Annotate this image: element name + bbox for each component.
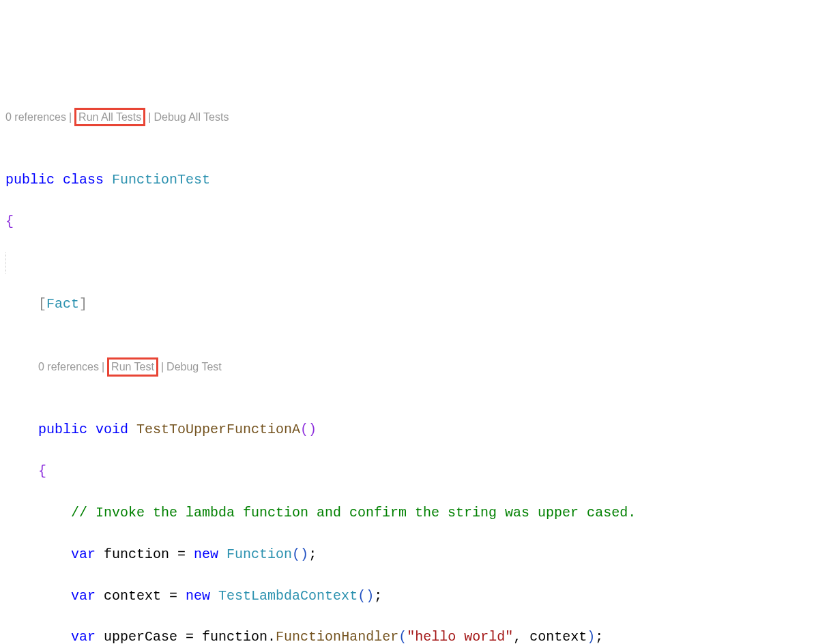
references-link[interactable]: 0 references [5, 111, 66, 123]
blank-line [5, 252, 816, 273]
comment-line: // Invoke the lambda function and confir… [5, 503, 816, 523]
debug-all-tests-link[interactable]: Debug All Tests [154, 111, 229, 123]
method-decl-a: public void TestToUpperFunctionA() [5, 420, 816, 440]
keyword-public: public [5, 172, 55, 188]
codelens-sep: | [158, 360, 166, 373]
keyword-void: void [96, 422, 128, 437]
codelens-class: 0 references | Run All Tests | Debug All… [5, 106, 816, 128]
class-declaration: public class FunctionTest [5, 170, 816, 190]
codelens-sep: | [99, 360, 107, 373]
keyword-public: public [38, 422, 87, 437]
fact-attribute-a: [Fact] [5, 294, 816, 314]
open-brace: { [5, 461, 816, 482]
references-link[interactable]: 0 references [38, 360, 99, 373]
var-context-line: var context = new TestLambdaContext(); [5, 586, 816, 606]
open-brace: { [5, 211, 816, 232]
var-function-line: var function = new Function(); [5, 544, 816, 565]
var-upper-line: var upperCase = function.FunctionHandler… [5, 627, 816, 644]
method-name: TestToUpperFunctionA [136, 422, 300, 437]
attr-name: Fact [46, 296, 79, 312]
debug-test-link[interactable]: Debug Test [166, 360, 222, 373]
run-test-link[interactable]: Run Test [107, 357, 158, 376]
codelens-sep: | [145, 111, 154, 123]
keyword-class: class [63, 172, 104, 188]
run-all-tests-link[interactable]: Run All Tests [74, 108, 145, 126]
codelens-test-a: 0 references | Run Test | Debug Test [5, 356, 816, 378]
codelens-sep: | [66, 111, 74, 123]
class-name: FunctionTest [112, 172, 210, 188]
